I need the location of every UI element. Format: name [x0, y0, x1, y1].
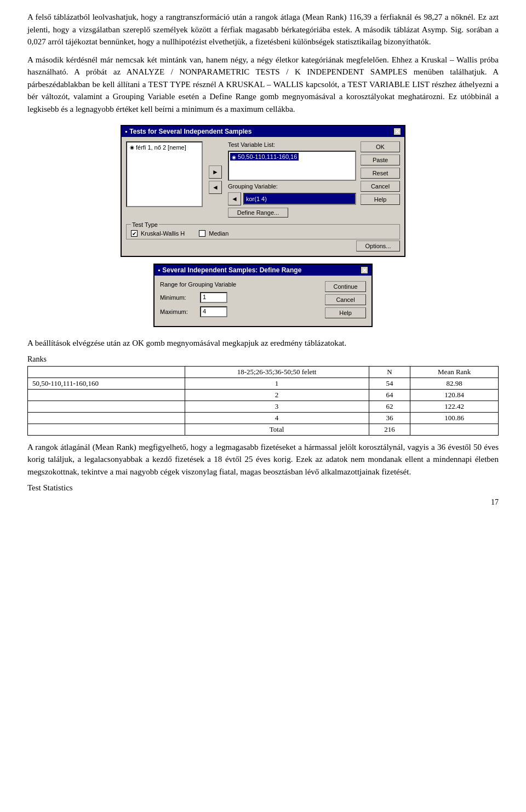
cancel-button[interactable]: Cancel [361, 181, 400, 192]
list-item-ferfi[interactable]: ◉ férfi 1, nő 2 [neme] [128, 144, 201, 151]
cell-2-0 [28, 401, 185, 412]
cell-1-1: 2 [185, 389, 369, 401]
ok-button[interactable]: OK [361, 141, 400, 152]
dialog-main-icon: ▪ [125, 128, 127, 135]
cell-0-1: 1 [185, 378, 369, 389]
grouping-var-box[interactable]: kor(1 4) [243, 193, 356, 205]
kruskal-label: Kruskal-Wallis H [141, 230, 185, 237]
cell-4-2: 216 [369, 424, 410, 435]
paragraph-1: A felső táblázatból leolvashatjuk, hogy … [27, 11, 499, 48]
grouping-arrow-btn[interactable]: ◄ [228, 192, 241, 205]
arrow-right-btn[interactable]: ► [209, 165, 222, 179]
maximum-input[interactable]: 4 [200, 306, 227, 317]
test-variable-label: Test Variable List: [228, 141, 356, 148]
options-row: Options... [126, 241, 400, 251]
cell-0-0: 50,50-110,111-160,160 [28, 378, 185, 389]
paragraph-4: A rangok átlagánál (Mean Rank) megfigyel… [27, 441, 499, 478]
ranks-table: 18-25;26-35;36-50;50 felett N Mean Rank … [27, 366, 499, 436]
cell-1-2: 64 [369, 389, 410, 401]
test-type-section: Test Type ✔ Kruskal-Wallis H Median Opti… [126, 223, 400, 251]
buttons-col: OK Paste Reset Cancel Help [361, 141, 400, 218]
table-row: 2 64 120.84 [28, 389, 499, 401]
cell-4-0 [28, 424, 185, 435]
cell-3-3: 100.86 [410, 412, 499, 424]
grouping-variable-label: Grouping Variable: [228, 183, 356, 190]
cell-0-2: 54 [369, 378, 410, 389]
table-header-row: 18-25;26-35;36-50;50 felett N Mean Rank [28, 366, 499, 378]
test-statistics-title: Test Statistics [27, 483, 73, 492]
cell-2-3: 122.42 [410, 401, 499, 412]
dialog-main-top-row: ◉ férfi 1, nő 2 [neme] ► ◄ Test Variable… [126, 141, 400, 218]
range-body: Range for Grouping Variable Minimum: 1 M… [155, 276, 371, 326]
reset-button[interactable]: Reset [361, 168, 400, 179]
maximum-value: 4 [203, 308, 206, 314]
cell-1-0 [28, 389, 185, 401]
maximum-label: Maximum: [160, 308, 196, 315]
table-row-total: Total 216 [28, 424, 499, 435]
arrow-col: ► ◄ [207, 141, 224, 218]
col-header-3: Mean Rank [410, 366, 499, 378]
dialog-main: ▪ Tests for Several Independent Samples … [121, 125, 405, 257]
cell-2-1: 3 [185, 401, 369, 412]
test-variable-box[interactable]: ◉ 50,50-110,111-160,16 [228, 151, 356, 181]
minimum-input[interactable]: 1 [200, 292, 227, 303]
minimum-row: Minimum: 1 [160, 292, 318, 303]
source-listbox[interactable]: ◉ férfi 1, nő 2 [neme] [126, 141, 203, 207]
range-help-button[interactable]: Help [325, 307, 366, 318]
range-btn-col: Continue Cancel Help [325, 281, 366, 321]
titlebar-left: ▪ Tests for Several Independent Samples [125, 128, 251, 135]
test-type-groupbox: Test Type ✔ Kruskal-Wallis H Median [126, 224, 400, 239]
cell-4-1: Total [185, 424, 369, 435]
ranks-section: Ranks 18-25;26-35;36-50;50 felett N Mean… [27, 355, 499, 436]
grouping-row: ◄ kor(1 4) [228, 192, 356, 205]
median-label: Median [209, 230, 228, 237]
help-button[interactable]: Help [361, 194, 400, 205]
cell-4-3 [410, 424, 499, 435]
col-header-0 [28, 366, 185, 378]
test-var-icon: ◉ [232, 155, 236, 160]
paragraph-3: A beállítások elvégzése után az OK gomb … [27, 337, 499, 350]
cell-0-3: 82.98 [410, 378, 499, 389]
options-button[interactable]: Options... [356, 241, 400, 251]
col-header-2: N [369, 366, 410, 378]
continue-button[interactable]: Continue [325, 281, 366, 292]
maximum-row: Maximum: 4 [160, 306, 318, 317]
cell-3-2: 36 [369, 412, 410, 424]
ranks-title: Ranks [27, 355, 499, 364]
dialog-main-close-btn[interactable]: ✕ [393, 128, 401, 135]
minimum-label: Minimum: [160, 294, 196, 301]
cell-1-3: 120.84 [410, 389, 499, 401]
dialogs-container: ▪ Tests for Several Independent Samples … [27, 125, 499, 327]
dialog-range-titlebar: ▪ Several Independent Samples: Define Ra… [155, 265, 371, 276]
table-row: 50,50-110,111-160,160 1 54 82.98 [28, 378, 499, 389]
dialog-main-title: Tests for Several Independent Samples [129, 128, 251, 135]
checkbox-kruskal-row: ✔ Kruskal-Wallis H Median [131, 230, 395, 237]
range-cancel-button[interactable]: Cancel [325, 294, 366, 305]
paragraph-2: A második kérdésnél már nemcsak két mint… [27, 54, 499, 116]
define-range-btn[interactable]: Define Range... [228, 208, 288, 218]
dialog-main-titlebar: ▪ Tests for Several Independent Samples … [122, 126, 404, 137]
list-item-icon: ◉ [130, 145, 134, 150]
grouping-var-value: kor(1 4) [246, 196, 267, 202]
table-row: 4 36 100.86 [28, 412, 499, 424]
median-checkbox[interactable] [199, 230, 205, 237]
arrow-left-btn[interactable]: ◄ [209, 181, 222, 194]
col-header-1: 18-25;26-35;36-50;50 felett [185, 366, 369, 378]
test-type-title: Test Type [131, 221, 159, 228]
list-item-label: férfi 1, nő 2 [neme] [136, 144, 186, 151]
dialog-range-title: Several Independent Samples: Define Rang… [162, 266, 301, 274]
right-col: Test Variable List: ◉ 50,50-110,111-160,… [228, 141, 356, 218]
table-row: 3 62 122.42 [28, 401, 499, 412]
dialog-range-close-btn[interactable]: ✕ [361, 266, 368, 274]
range-titlebar-left: ▪ Several Independent Samples: Define Ra… [158, 266, 301, 274]
test-variable-value: ◉ 50,50-110,111-160,16 [230, 153, 299, 161]
dialog-range-icon: ▪ [158, 266, 160, 274]
test-variable-text: 50,50-110,111-160,16 [238, 153, 297, 160]
range-left: Range for Grouping Variable Minimum: 1 M… [160, 281, 318, 321]
cell-2-2: 62 [369, 401, 410, 412]
paste-button[interactable]: Paste [361, 155, 400, 165]
footer-section: Test Statistics [27, 483, 499, 493]
minimum-value: 1 [203, 294, 206, 300]
kruskal-checkbox[interactable]: ✔ [131, 230, 138, 237]
dialog-range: ▪ Several Independent Samples: Define Ra… [153, 264, 373, 327]
